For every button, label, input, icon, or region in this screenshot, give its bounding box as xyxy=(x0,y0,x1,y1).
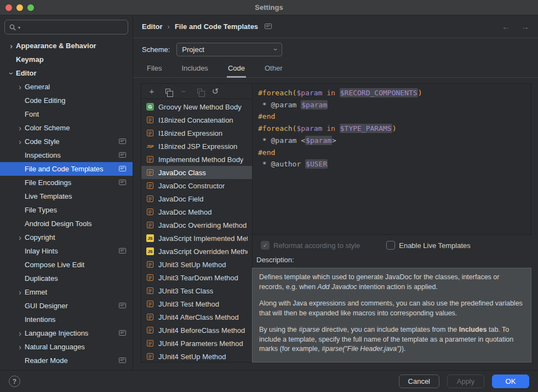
sidebar-item-code-editing[interactable]: Code Editing xyxy=(0,94,133,107)
template-file-icon xyxy=(146,326,154,335)
sidebar-item-copyright[interactable]: ›Copyright xyxy=(0,230,133,244)
description-label: Description: xyxy=(256,256,531,264)
tab-other[interactable]: Other xyxy=(264,60,284,78)
sidebar-item-keymap[interactable]: Keymap xyxy=(0,53,133,66)
template-list-item-junit4-beforeclass-method[interactable]: JUnit4 BeforeClass Method xyxy=(141,324,252,337)
sidebar-item-color-scheme[interactable]: ›Color Scheme xyxy=(0,121,133,135)
sidebar-item-inlay-hints[interactable]: Inlay Hints xyxy=(0,244,133,258)
template-list-item-javadoc-class[interactable]: JavaDoc Class xyxy=(141,166,252,179)
sidebar-item-code-style[interactable]: ›Code Style xyxy=(0,135,133,148)
breadcrumb-item-file-and-code-templates[interactable]: File and Code Templates xyxy=(175,22,258,31)
template-list-item-groovy-new-method-body[interactable]: GGroovy New Method Body xyxy=(141,100,252,113)
minimize-button[interactable] xyxy=(16,4,23,11)
chevron-right-icon[interactable]: › xyxy=(15,343,25,351)
template-list-item-junit3-setup-method[interactable]: JUnit3 SetUp Method xyxy=(141,258,252,271)
zoom-button[interactable] xyxy=(27,4,34,11)
template-list-item-i18nized-jsp-expression[interactable]: JSPI18nized JSP Expression xyxy=(141,140,252,153)
template-file-icon xyxy=(146,339,154,348)
search-icon xyxy=(9,24,16,31)
chevron-right-icon[interactable]: › xyxy=(15,83,25,91)
breadcrumb: Editor›File and Code Templates xyxy=(142,22,272,31)
sidebar-item-natural-languages[interactable]: ›Natural Languages xyxy=(0,340,133,354)
sidebar-item-inspections[interactable]: Inspections xyxy=(0,148,133,162)
chevron-down-icon[interactable]: › xyxy=(8,68,15,78)
template-list-item-i18nized-expression[interactable]: I18nized Expression xyxy=(141,126,252,140)
sidebar-item-duplicates[interactable]: Duplicates xyxy=(0,272,133,285)
template-list-item-i18nized-concatenation[interactable]: I18nized Concatenation xyxy=(141,113,252,126)
sidebar-item-file-types[interactable]: File Types xyxy=(0,203,133,217)
template-list-item-javadoc-constructor[interactable]: JavaDoc Constructor xyxy=(141,179,252,192)
tab-files[interactable]: Files xyxy=(146,60,163,78)
chevron-right-icon[interactable]: › xyxy=(15,234,25,241)
search-input[interactable]: ▾ xyxy=(4,20,128,34)
template-list-item-junit4-parameters-method[interactable]: JUnit4 Parameters Method xyxy=(141,337,252,350)
sidebar-item-label: Appearance & Behavior xyxy=(16,42,133,50)
reset-to-default-icon[interactable]: ↺ xyxy=(211,87,220,96)
cancel-button[interactable]: Cancel xyxy=(399,374,439,388)
help-icon[interactable]: ? xyxy=(9,376,20,387)
template-name: I18nized Expression xyxy=(158,129,222,137)
description-text: directive, you can include templates fro… xyxy=(320,326,459,333)
sidebar-item-android-design-tools[interactable]: Android Design Tools xyxy=(0,217,133,230)
template-list-item-junit3-test-class[interactable]: JUnit3 Test Class xyxy=(141,284,252,297)
sidebar-item-label: Reader Mode xyxy=(25,356,119,365)
sidebar-item-font[interactable]: Font xyxy=(0,107,133,121)
list-toolbar: +−↺ xyxy=(141,84,252,99)
reformat-label: Reformat according to style xyxy=(273,241,360,250)
chevron-right-icon[interactable]: › xyxy=(15,124,25,132)
history-nav: ← → xyxy=(502,22,529,31)
template-name: I18nized Concatenation xyxy=(158,116,233,124)
sidebar-item-live-templates[interactable]: Live Templates xyxy=(0,189,133,203)
template-list-item-junit4-setup-method[interactable]: JUnit4 SetUp Method xyxy=(141,350,252,362)
template-list-item-javadoc-field[interactable]: JavaDoc Field xyxy=(141,192,252,205)
template-name: JavaScript Implemented Met xyxy=(158,234,248,243)
template-list-item-javascript-overridden-metho[interactable]: JSJavaScript Overridden Metho xyxy=(141,245,252,258)
sidebar-item-file-encodings[interactable]: File Encodings xyxy=(0,176,133,189)
close-button[interactable] xyxy=(5,4,12,11)
chevron-right-icon[interactable]: › xyxy=(15,330,25,337)
template-name: JUnit4 Parameters Method xyxy=(158,339,243,348)
template-list-item-javascript-implemented-met[interactable]: JSJavaScript Implemented Met xyxy=(141,232,252,245)
back-icon[interactable]: ← xyxy=(502,22,510,31)
settings-sidebar: ▾ ›Appearance & BehaviorKeymap›Editor›Ge… xyxy=(0,15,133,370)
breadcrumb-item-editor[interactable]: Editor xyxy=(142,22,163,31)
template-list-item-junit3-test-method[interactable]: JUnit3 Test Method xyxy=(141,297,252,310)
template-list-item-javadoc-method[interactable]: JavaDoc Method xyxy=(141,205,252,218)
scheme-select[interactable]: Project › xyxy=(176,43,282,56)
js-file-icon: JS xyxy=(146,234,154,242)
sidebar-item-intentions[interactable]: Intentions xyxy=(0,313,133,326)
template-list-item-implemented-method-body[interactable]: Implemented Method Body xyxy=(141,153,252,166)
sidebar-item-file-and-code-templates[interactable]: File and Code Templates xyxy=(0,162,133,176)
sidebar-item-emmet[interactable]: ›Emmet xyxy=(0,285,133,299)
sidebar-item-label: File Encodings xyxy=(25,178,119,187)
add-icon[interactable]: + xyxy=(147,87,156,96)
settings-main: Editor›File and Code Templates ← → Schem… xyxy=(133,15,538,370)
code-line: #end xyxy=(258,147,525,159)
tab-includes[interactable]: Includes xyxy=(180,60,209,78)
sidebar-item-label: Inspections xyxy=(25,151,119,159)
sidebar-item-reader-mode[interactable]: Reader Mode xyxy=(0,354,133,367)
forward-icon[interactable]: → xyxy=(521,22,529,31)
code-editor[interactable]: #foreach($param in $RECORD_COMPONENTS) *… xyxy=(252,83,531,235)
sidebar-item-label: Code Style xyxy=(25,137,119,146)
sidebar-item-language-injections[interactable]: ›Language Injections xyxy=(0,326,133,340)
tab-code[interactable]: Code xyxy=(227,60,246,78)
template-list-item-javadoc-overriding-method[interactable]: JavaDoc Overriding Method xyxy=(141,218,252,232)
sidebar-item-general[interactable]: ›General xyxy=(0,80,133,94)
sidebar-item-compose-live-edit[interactable]: Compose Live Edit xyxy=(0,258,133,272)
template-list-item-junit4-afterclass-method[interactable]: JUnit4 AfterClass Method xyxy=(141,310,252,324)
description-text: #parse("File Header.java") xyxy=(322,345,402,353)
chevron-right-icon[interactable]: › xyxy=(7,42,16,50)
chevron-right-icon[interactable]: › xyxy=(15,289,25,296)
chevron-right-icon[interactable]: › xyxy=(15,138,25,146)
sidebar-item-editor[interactable]: ›Editor xyxy=(0,66,133,80)
template-list-item-junit3-teardown-method[interactable]: JUnit3 TearDown Method xyxy=(141,271,252,284)
search-history-chevron-icon[interactable]: ▾ xyxy=(18,25,20,30)
ok-button[interactable]: OK xyxy=(492,374,529,388)
sidebar-item-label: Copyright xyxy=(25,233,133,241)
sidebar-item-gui-designer[interactable]: GUI Designer xyxy=(0,299,133,313)
live-templates-checkbox[interactable] xyxy=(386,241,395,250)
copy-icon[interactable] xyxy=(163,87,172,96)
description-text: Predefined variables take the following … xyxy=(259,362,400,363)
sidebar-item-appearance-behavior[interactable]: ›Appearance & Behavior xyxy=(0,39,133,53)
